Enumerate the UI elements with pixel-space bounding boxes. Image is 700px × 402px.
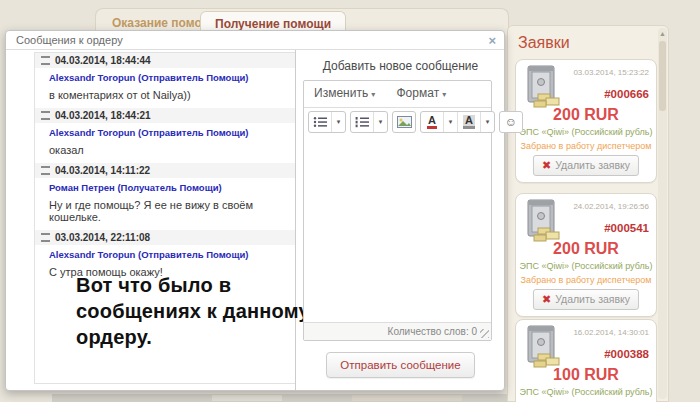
- send-row: Отправить сообщение: [297, 352, 504, 378]
- list-buttons-group: ▾: [308, 111, 346, 133]
- safe-money-icon: [522, 199, 562, 245]
- message-text: в коментариях от ot Nailya)): [35, 83, 295, 108]
- delete-request-button[interactable]: ✖Удалить заявку: [533, 289, 639, 310]
- editor-menubar: Изменить▾ Формат▾: [304, 81, 491, 107]
- smiley-glyph: ☺: [505, 115, 517, 129]
- safe-money-icon: [522, 65, 562, 111]
- request-number: #000541: [604, 222, 649, 234]
- image-button-group: [392, 111, 416, 133]
- chevron-down-icon[interactable]: ▾: [444, 112, 458, 132]
- message-group: 04.03.2014, 14:11:22 Роман Петрен (Получ…: [35, 163, 295, 230]
- message-group: 04.03.2014, 18:44:21 Alexsandr Toropun (…: [35, 108, 295, 163]
- word-count: Количество слов: 0: [388, 326, 477, 337]
- request-datetime: 16.02.2014, 14:30:01: [573, 328, 649, 337]
- collapse-icon[interactable]: [41, 166, 50, 175]
- delete-request-button[interactable]: ✖Удалить заявку: [533, 155, 639, 176]
- menu-edit-label: Изменить: [314, 86, 368, 100]
- menu-format[interactable]: Формат▾: [397, 86, 447, 100]
- chevron-down-icon: ▾: [442, 90, 446, 99]
- editor-statusbar: Количество слов: 0: [304, 322, 491, 340]
- message-date: 04.03.2014, 18:44:21: [55, 110, 151, 121]
- editor-header: Добавить новое сообщение: [297, 50, 504, 80]
- message-date-row: 04.03.2014, 18:44:21: [35, 108, 295, 123]
- sidebar-zayavki: Заявки ▲ 03.03.2014, 15:23:22 #000666 20…: [507, 25, 669, 402]
- delete-x-icon: ✖: [542, 293, 551, 305]
- request-payment-system: ЭПС «Qiwi» (Российский рубль): [516, 261, 656, 271]
- delete-x-icon: ✖: [542, 159, 551, 171]
- page-bottom-strip: [52, 394, 520, 402]
- messages-column: 04.03.2014, 18:44:44 Alexsandr Toropun (…: [6, 50, 296, 390]
- message-date-row: 04.03.2014, 14:11:22: [35, 163, 295, 178]
- sidebar-title: Заявки: [518, 34, 668, 52]
- chevron-down-icon[interactable]: ▾: [332, 112, 345, 132]
- forecolor-letter: A: [427, 115, 437, 129]
- close-icon[interactable]: ×: [488, 33, 496, 48]
- request-datetime: 24.02.2014, 19:26:56: [573, 202, 649, 211]
- backcolor-letter: A: [463, 115, 475, 129]
- request-number: #000388: [604, 348, 649, 360]
- screen: Оказание помощи Получение помощи Заявки …: [0, 0, 700, 402]
- message-sender: Alexsandr Toropun (Отправитель Помощи): [35, 245, 295, 260]
- message-sender: Alexsandr Toropun (Отправитель Помощи): [35, 68, 295, 83]
- message-date: 04.03.2014, 18:44:44: [55, 55, 151, 66]
- background-color-icon[interactable]: A: [458, 112, 481, 132]
- bulleted-list-icon[interactable]: [309, 112, 332, 132]
- strip-segment: [352, 395, 462, 401]
- request-card: 24.02.2014, 19:26:56 #000541 200 RUR ЭПС…: [515, 193, 657, 317]
- message-date: 03.03.2014, 22:11:08: [55, 232, 150, 243]
- rich-text-editor: Изменить▾ Формат▾: [303, 80, 492, 341]
- request-card: 03.03.2014, 15:23:22 #000666 200 RUR ЭПС…: [515, 59, 657, 183]
- emoticons-icon[interactable]: ☺: [500, 112, 522, 132]
- request-payment-system: ЭПС «Qiwi» (Российский рубль): [516, 387, 656, 397]
- numbered-list-group: ▾: [350, 111, 388, 133]
- sidebar-scrollbar[interactable]: ▲: [658, 28, 667, 399]
- collapse-icon[interactable]: [41, 233, 50, 242]
- request-status: Забрано в работу диспетчером: [516, 275, 656, 285]
- text-color-icon[interactable]: A: [421, 112, 444, 132]
- collapse-icon[interactable]: [41, 111, 50, 120]
- order-messages-dialog: Сообщения к ордеру × 04.03.2014, 18:44:4…: [5, 30, 505, 391]
- request-payment-system: ЭПС «Qiwi» (Российский рубль): [516, 127, 656, 137]
- dialog-body: 04.03.2014, 18:44:44 Alexsandr Toropun (…: [6, 49, 504, 390]
- message-group: 04.03.2014, 18:44:44 Alexsandr Toropun (…: [35, 53, 295, 108]
- request-datetime: 03.03.2014, 15:23:22: [573, 68, 649, 77]
- collapse-icon[interactable]: [41, 56, 50, 65]
- safe-money-icon: [522, 325, 562, 371]
- message-date: 04.03.2014, 14:11:22: [55, 165, 150, 176]
- numbered-list-icon[interactable]: [351, 112, 374, 132]
- scroll-up-icon[interactable]: ▲: [658, 30, 667, 37]
- editor-column: Добавить новое сообщение Изменить▾ Форма…: [297, 50, 504, 390]
- message-sender: Роман Петрен (Получатель Помощи): [35, 178, 295, 193]
- message-date-row: 03.03.2014, 22:11:08: [35, 230, 295, 245]
- request-amount: 200 RUR: [516, 106, 656, 124]
- strip-segment: [212, 395, 282, 401]
- chevron-down-icon[interactable]: ▾: [481, 112, 494, 132]
- request-amount: 200 RUR: [516, 240, 656, 258]
- message-sender: Alexsandr Toropun (Отправитель Помощи): [35, 123, 295, 138]
- message-text: Ну и где помощь? Я ее не вижу в своём ко…: [35, 193, 295, 230]
- resize-grip-icon[interactable]: [480, 329, 489, 338]
- menu-edit[interactable]: Изменить▾: [314, 86, 375, 100]
- chevron-down-icon[interactable]: ▾: [374, 112, 387, 132]
- delete-request-label: Удалить заявку: [555, 293, 630, 305]
- dialog-title: Сообщения к ордеру: [6, 31, 504, 49]
- scrollbar-thumb[interactable]: [659, 41, 666, 111]
- request-amount: 100 RUR: [516, 366, 656, 384]
- insert-image-icon[interactable]: [393, 112, 415, 132]
- request-number: #000666: [604, 88, 649, 100]
- send-message-button[interactable]: Отправить сообщение: [326, 352, 474, 378]
- emoticons-group: ☺: [499, 111, 523, 133]
- color-buttons-group: A ▾ A ▾: [420, 111, 495, 133]
- menu-format-label: Формат: [397, 86, 440, 100]
- message-input-area[interactable]: [304, 136, 491, 322]
- chevron-down-icon: ▾: [371, 90, 375, 99]
- delete-request-label: Удалить заявку: [555, 159, 630, 171]
- editor-toolbar: ▾ ▾: [304, 107, 491, 136]
- request-card: 16.02.2014, 14:30:01 #000388 100 RUR ЭПС…: [515, 319, 657, 402]
- message-date-row: 04.03.2014, 18:44:44: [35, 53, 295, 68]
- request-status: Забрано в работу диспетчером: [516, 141, 656, 151]
- message-text: оказал: [35, 138, 295, 163]
